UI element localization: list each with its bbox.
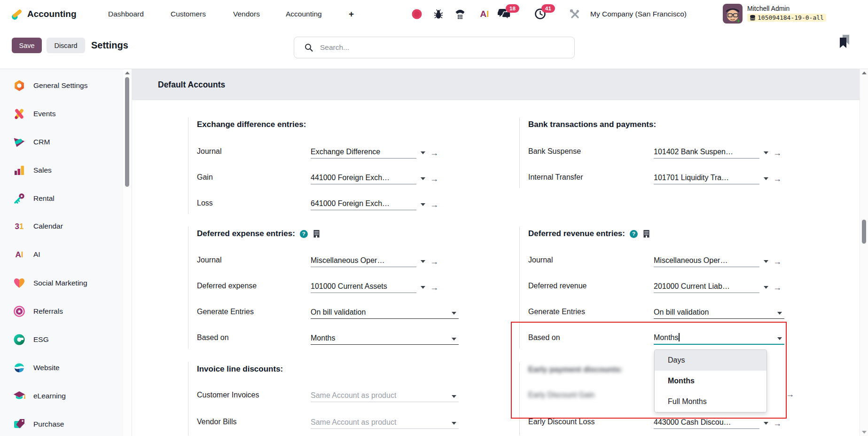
sidebar-item-label: eLearning — [33, 392, 66, 400]
sidebar-item-sales[interactable]: Sales — [0, 162, 136, 178]
company-building-icon — [642, 230, 650, 238]
deferred-expense-journal-field[interactable]: Miscellaneous Oper… — [311, 256, 416, 267]
chevron-down-icon[interactable] — [764, 151, 768, 154]
dropdown-option-months[interactable]: Months — [655, 371, 766, 391]
sidebar-item-elearning[interactable]: eLearning — [0, 388, 136, 404]
based-on-select-editing[interactable]: Months — [654, 333, 784, 345]
search-input[interactable] — [319, 43, 547, 52]
internal-link-arrow-icon[interactable]: → — [430, 200, 438, 209]
chevron-down-icon[interactable] — [421, 177, 425, 180]
sidebar-item-general-settings[interactable]: General Settings — [0, 78, 136, 94]
sidebar-item-crm[interactable]: CRM — [0, 134, 136, 150]
sidebar-scrollbar[interactable] — [123, 69, 132, 436]
deferred-revenue-journal-field[interactable]: Miscellaneous Oper… — [654, 256, 759, 267]
search-box[interactable] — [294, 37, 575, 58]
sidebar-item-label: ESG — [33, 335, 49, 344]
record-icon[interactable] — [410, 0, 424, 28]
internal-transfer-field[interactable]: 101701 Liquidity Tra… — [654, 174, 759, 184]
dropdown-option-days[interactable]: Days — [655, 350, 766, 371]
deferred-expense-account-field[interactable]: 101000 Current Assets — [311, 282, 416, 293]
chevron-down-icon[interactable] — [452, 312, 456, 315]
scroll-down-arrow-icon[interactable] — [862, 431, 867, 434]
bank-suspense-field[interactable]: 101402 Bank Suspen… — [654, 148, 759, 159]
customer-invoices-select[interactable]: Same Account as product — [311, 391, 459, 402]
internal-link-arrow-icon[interactable]: → — [773, 419, 782, 428]
chevron-down-icon[interactable] — [777, 337, 782, 340]
internal-link-arrow-icon[interactable]: → — [773, 174, 782, 183]
chat-icon[interactable]: 18 — [497, 0, 511, 28]
internal-link-arrow-icon[interactable]: → — [786, 390, 794, 398]
clock-icon[interactable]: 41 — [533, 0, 547, 28]
chevron-down-icon[interactable] — [421, 260, 425, 263]
section-title-blurred: Early payment discounts: — [528, 365, 623, 374]
save-button[interactable]: Save — [12, 38, 42, 53]
menu-accounting[interactable]: Accounting — [286, 0, 322, 28]
page-scrollbar[interactable] — [860, 69, 868, 436]
chevron-down-icon[interactable] — [777, 312, 782, 315]
chevron-down-icon[interactable] — [421, 203, 425, 206]
sidebar-item-social-marketing[interactable]: Social Marketing — [0, 275, 136, 291]
journal-field[interactable]: Exchange Difference — [311, 148, 416, 159]
discard-button[interactable]: Discard — [47, 38, 85, 53]
menu-dashboard[interactable]: Dashboard — [108, 0, 144, 28]
company-switcher[interactable]: My Company (San Francisco) — [590, 0, 687, 28]
chevron-down-icon[interactable] — [764, 422, 768, 425]
scroll-up-arrow-icon[interactable] — [862, 71, 867, 74]
sidebar-item-esg[interactable]: ESG — [0, 332, 136, 348]
internal-link-arrow-icon[interactable]: → — [773, 149, 782, 157]
sidebar-item-rental[interactable]: Rental — [0, 190, 136, 206]
chevron-down-icon[interactable] — [452, 395, 456, 398]
gain-account-field[interactable]: 441000 Foreign Exch… — [311, 174, 416, 184]
sidebar-item-calendar[interactable]: 31 Calendar — [0, 218, 136, 234]
bookmark-icon[interactable] — [838, 34, 851, 51]
sidebar-item-purchase[interactable]: Purchase — [0, 416, 136, 432]
chevron-down-icon[interactable] — [421, 286, 425, 289]
avatar[interactable]: ✈ — [723, 4, 743, 24]
sidebar-scroll-thumb[interactable] — [125, 77, 129, 187]
field-row-journal: Journal Miscellaneous Oper…→ — [197, 253, 463, 267]
loss-account-field[interactable]: 641000 Foreign Exch… — [311, 199, 416, 210]
page-scroll-thumb[interactable] — [862, 220, 866, 244]
help-icon[interactable]: ? — [630, 230, 638, 238]
bug-icon[interactable] — [431, 0, 446, 28]
field-row-vendor-bills: Vendor Bills Same Account as product — [197, 415, 463, 429]
help-icon[interactable]: ? — [300, 230, 308, 238]
dropdown-option-full-months[interactable]: Full Months — [655, 391, 766, 412]
chevron-down-icon[interactable] — [421, 151, 425, 154]
sidebar-item-label: Rental — [33, 194, 55, 203]
app-brand[interactable]: Accounting — [10, 0, 77, 28]
add-menu-button[interactable]: + — [349, 0, 354, 28]
generate-entries-select[interactable]: On bill validation — [654, 308, 784, 319]
ai-icon[interactable]: AI — [476, 0, 493, 28]
sidebar-item-website[interactable]: Website — [0, 360, 136, 376]
sidebar-item-referrals[interactable]: Referrals — [0, 303, 136, 319]
section-header-band: Default Accounts — [132, 69, 860, 100]
chevron-down-icon[interactable] — [764, 286, 768, 289]
internal-link-arrow-icon[interactable]: → — [430, 174, 438, 183]
chat-badge: 18 — [506, 4, 519, 13]
chevron-down-icon[interactable] — [452, 338, 456, 341]
chevron-down-icon[interactable] — [764, 260, 768, 263]
based-on-select[interactable]: Months — [311, 334, 459, 345]
menu-customers[interactable]: Customers — [171, 0, 206, 28]
sidebar-item-events[interactable]: Events — [0, 106, 136, 122]
vendor-bills-select[interactable]: Same Account as product — [311, 418, 459, 429]
sidebar-item-label: Events — [33, 110, 55, 118]
tools-icon[interactable] — [568, 0, 582, 28]
internal-link-arrow-icon[interactable]: → — [430, 149, 438, 157]
internal-link-arrow-icon[interactable]: → — [430, 257, 438, 266]
chevron-down-icon[interactable] — [764, 177, 768, 180]
generate-entries-select[interactable]: On bill validation — [311, 308, 459, 319]
chevron-down-icon[interactable] — [452, 422, 456, 425]
menu-vendors[interactable]: Vendors — [233, 0, 260, 28]
user-block[interactable]: Mitchell Admin 105094184-19-0-all — [747, 4, 826, 22]
internal-link-arrow-icon[interactable]: → — [430, 283, 438, 292]
internal-link-arrow-icon[interactable]: → — [773, 283, 782, 292]
phone-icon[interactable] — [453, 0, 467, 28]
internal-link-arrow-icon[interactable]: → — [773, 257, 782, 266]
deferred-revenue-account-field[interactable]: 201000 Current Liab… — [654, 282, 759, 293]
text-cursor — [679, 333, 680, 341]
scroll-up-arrow-icon[interactable] — [125, 71, 130, 74]
sidebar-item-ai[interactable]: AI AI — [0, 246, 136, 262]
early-discount-loss-field[interactable]: 443000 Cash Discou… — [654, 418, 759, 429]
